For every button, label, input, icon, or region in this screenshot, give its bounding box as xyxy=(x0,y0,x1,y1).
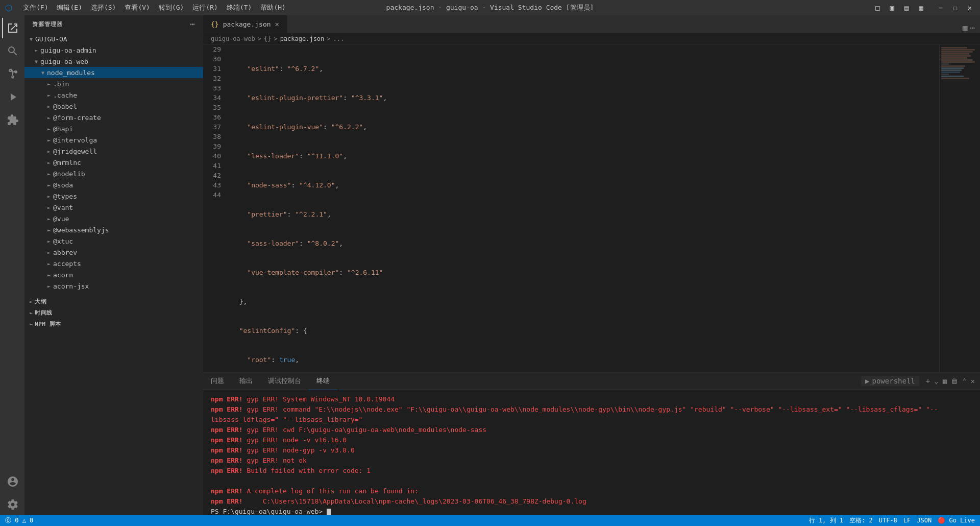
tree-vant-arrow: ► xyxy=(45,205,53,210)
activity-explorer[interactable] xyxy=(2,18,22,38)
tree-section-outline[interactable]: ► 大纲 xyxy=(24,296,203,307)
tab-terminal[interactable]: 终端 xyxy=(309,372,337,390)
tree-item-xtuc[interactable]: ► @xtuc xyxy=(24,235,203,247)
minimize-button[interactable]: − xyxy=(936,3,946,13)
terminal-split-button[interactable]: ▦ xyxy=(943,377,947,385)
breadcrumb-more[interactable]: ... xyxy=(333,35,345,42)
tree-item-vant[interactable]: ► @vant xyxy=(24,202,203,213)
tree-item-form-create[interactable]: ► @form-create xyxy=(24,112,203,123)
tree-item-web[interactable]: ▼ guigu-oa-web xyxy=(24,56,203,67)
tree-item-acorn[interactable]: ► acorn xyxy=(24,269,203,280)
menu-select[interactable]: 选择(S) xyxy=(88,2,119,13)
close-button[interactable]: ✕ xyxy=(965,3,975,13)
activity-extensions[interactable] xyxy=(2,110,22,130)
outline-arrow-icon: ► xyxy=(30,299,33,304)
activity-settings[interactable] xyxy=(2,494,22,515)
tree-mrmlnc-arrow: ► xyxy=(45,160,53,165)
tab-problems[interactable]: 问题 xyxy=(203,372,232,390)
breadcrumb-icon[interactable]: {} xyxy=(264,35,271,42)
activity-run-debug[interactable] xyxy=(2,87,22,107)
tree-item-accepts[interactable]: ► accepts xyxy=(24,258,203,269)
powershell-badge[interactable]: ▶ powershell xyxy=(861,376,919,386)
menu-file[interactable]: 文件(F) xyxy=(20,2,51,13)
tree-item-intervolga[interactable]: ► @intervolga xyxy=(24,134,203,146)
tree-cache-arrow: ► xyxy=(45,92,53,98)
tree-item-abbrev[interactable]: ► abbrev xyxy=(24,247,203,258)
tree-jridgewell-arrow: ► xyxy=(45,149,53,154)
terminal-chevron-icon[interactable]: ⌄ xyxy=(934,377,938,385)
breadcrumb-web[interactable]: guigu-oa-web xyxy=(211,35,255,42)
more-actions-icon[interactable]: ⋯ xyxy=(970,23,975,33)
terminal-content[interactable]: npm ERR! gyp ERR! System Windows_NT 10.0… xyxy=(203,390,980,515)
activity-bar xyxy=(0,15,24,515)
tab-output[interactable]: 输出 xyxy=(232,372,260,390)
statusbar-language[interactable]: JSON xyxy=(917,517,932,524)
terminal-add-button[interactable]: + xyxy=(926,377,930,385)
menu-goto[interactable]: 转到(G) xyxy=(156,2,187,13)
tab-package-json[interactable]: {} package.json ✕ xyxy=(203,15,287,33)
tree-xtuc-label: @xtuc xyxy=(53,237,73,245)
statusbar-eol[interactable]: LF xyxy=(903,517,911,524)
tree-babel-arrow: ► xyxy=(45,104,53,109)
tree-vue-label: @vue xyxy=(53,215,69,223)
tree-item-wasm[interactable]: ► @webassemblyjs xyxy=(24,224,203,235)
tree-item-mrmlnc[interactable]: ► @mrmlnc xyxy=(24,157,203,168)
customize-layout-icon[interactable]: ▦ xyxy=(916,3,926,13)
tree-item-bin[interactable]: ► .bin xyxy=(24,78,203,89)
statusbar-encoding[interactable]: UTF-8 xyxy=(879,517,897,524)
tree-babel-label: @babel xyxy=(53,103,77,110)
tab-close-button[interactable]: ✕ xyxy=(275,20,279,28)
tab-debug-console[interactable]: 调试控制台 xyxy=(260,372,309,390)
code-line-29: "eslint": "^6.7.2", xyxy=(231,64,934,74)
code-editor[interactable]: 29 30 31 32 33 34 35 36 37 38 39 40 41 4… xyxy=(203,44,939,372)
tree-item-nodelib[interactable]: ► @nodelib xyxy=(24,168,203,179)
tree-item-admin[interactable]: ► guigu-oa-admin xyxy=(24,44,203,56)
tree-soda-arrow: ► xyxy=(45,182,53,188)
terminal-close-button[interactable]: ✕ xyxy=(971,377,975,385)
split-editor-icon[interactable]: ▦ xyxy=(963,23,968,33)
statusbar-go-live[interactable]: 🔴 Go Live xyxy=(938,517,975,524)
terminal-line-6: npm ERR! Build failed with error code: 1 xyxy=(211,466,972,476)
layout3-icon[interactable]: ▤ xyxy=(901,3,912,13)
tree-root[interactable]: ▼ GUIGU-OA xyxy=(24,33,203,44)
tree-item-acorn-jsx[interactable]: ► acorn-jsx xyxy=(24,280,203,292)
tree-item-cache[interactable]: ► .cache xyxy=(24,89,203,101)
tree-section-timeline[interactable]: ► 时间线 xyxy=(24,307,203,318)
layout-icon[interactable]: □ xyxy=(872,3,883,13)
file-tree[interactable]: ▼ GUIGU-OA ► guigu-oa-admin ▼ guigu-oa-w… xyxy=(24,33,203,515)
tree-item-soda[interactable]: ► @soda xyxy=(24,179,203,190)
breadcrumb-file[interactable]: package.json xyxy=(280,35,325,42)
activity-account[interactable] xyxy=(2,471,22,492)
code-content: "eslint": "^6.7.2", "eslint-plugin-prett… xyxy=(226,44,939,372)
terminal-trash-button[interactable]: 🗑 xyxy=(951,377,958,385)
timeline-arrow-icon: ► xyxy=(30,310,33,316)
statusbar-position[interactable]: 行 1, 列 1 xyxy=(809,516,843,525)
layout2-icon[interactable]: ▣ xyxy=(887,3,897,13)
terminal-prompt[interactable]: PS F:\guigu-oa\guigu-oa-web> xyxy=(211,507,972,515)
tree-item-hapi[interactable]: ► @hapi xyxy=(24,123,203,134)
tree-item-jridgewell[interactable]: ► @jridgewell xyxy=(24,146,203,157)
statusbar-errors[interactable]: ⓪ 0 △ 0 xyxy=(5,516,33,525)
menu-terminal[interactable]: 终端(T) xyxy=(224,2,255,13)
tab-label: package.json xyxy=(223,20,271,28)
maximize-button[interactable]: ☐ xyxy=(950,3,960,13)
menu-run[interactable]: 运行(R) xyxy=(189,2,220,13)
sidebar-more-button[interactable]: ⋯ xyxy=(190,19,195,29)
code-line-37: }, xyxy=(231,297,934,306)
menu-view[interactable]: 查看(V) xyxy=(121,2,153,13)
powershell-run-icon: ▶ xyxy=(865,377,869,385)
menu-help[interactable]: 帮助(H) xyxy=(257,2,288,13)
tree-item-node-modules[interactable]: ▼ node_modules xyxy=(24,67,203,78)
terminal-line-0: npm ERR! gyp ERR! System Windows_NT 10.0… xyxy=(211,394,972,404)
terminal-chevron-up-icon[interactable]: ⌃ xyxy=(962,377,966,385)
tree-item-types[interactable]: ► @types xyxy=(24,190,203,202)
activity-search[interactable] xyxy=(2,41,22,61)
tree-item-babel[interactable]: ► @babel xyxy=(24,101,203,112)
tree-item-vue[interactable]: ► @vue xyxy=(24,213,203,224)
activity-source-control[interactable] xyxy=(2,64,22,84)
tree-section-npm[interactable]: ► NPM 脚本 xyxy=(24,318,203,329)
tree-root-arrow: ▼ xyxy=(27,36,35,42)
statusbar-indent[interactable]: 空格: 2 xyxy=(849,516,873,525)
menu-edit[interactable]: 编辑(E) xyxy=(54,2,85,13)
menu-bar: 文件(F) 编辑(E) 选择(S) 查看(V) 转到(G) 运行(R) 终端(T… xyxy=(20,2,289,13)
